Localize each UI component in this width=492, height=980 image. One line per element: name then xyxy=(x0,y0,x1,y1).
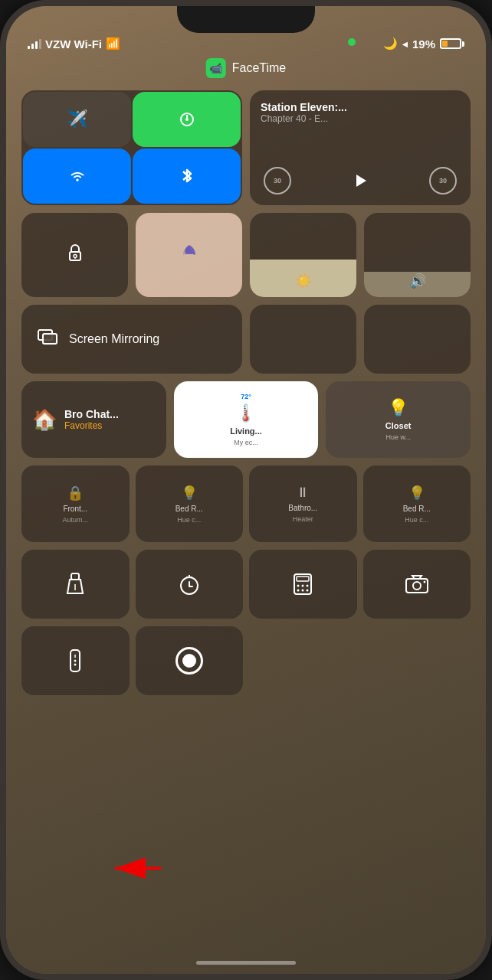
svg-point-22 xyxy=(297,590,300,592)
closet-title: Closet xyxy=(385,421,412,430)
bluetooth-button[interactable] xyxy=(133,149,241,204)
calculator-button[interactable] xyxy=(249,550,357,619)
home-indicator xyxy=(196,961,296,965)
svg-point-27 xyxy=(413,582,421,590)
svg-marker-4 xyxy=(356,175,366,187)
svg-point-31 xyxy=(74,660,77,662)
brightness-slider[interactable]: ☀️ xyxy=(250,213,356,297)
volume-slider[interactable]: 🔊 xyxy=(364,213,471,297)
row-quick-controls: ☀️ 🔊 xyxy=(21,213,471,297)
home-button[interactable]: 🏠 Bro Chat... Favorites xyxy=(21,381,166,458)
location-icon: ◂ xyxy=(402,38,408,50)
flashlight-button[interactable] xyxy=(21,550,130,619)
control-center: ✈️ xyxy=(21,90,471,936)
closet-hue-button[interactable]: 💡 Closet Hue w... xyxy=(326,381,471,458)
bluetooth-icon xyxy=(180,168,194,185)
living-room-button[interactable]: 72° 🌡️ Living... My ec... xyxy=(174,381,319,458)
front-lock-icon: 🔒 xyxy=(67,485,84,501)
phone-frame: VZW Wi-Fi 📶 🌙 ◂ 19% 📹 FaceTime xyxy=(0,0,492,980)
thermostat-icon: 🌡️ xyxy=(235,403,256,423)
screen-mirror-icon xyxy=(37,328,58,350)
home-subtitle: Favorites xyxy=(64,420,119,431)
skip-back-label: 30 xyxy=(274,177,281,185)
svg-rect-18 xyxy=(297,577,309,581)
svg-point-23 xyxy=(302,590,304,592)
battery-icon xyxy=(440,38,464,49)
remote-button[interactable] xyxy=(21,626,130,695)
home-text: Bro Chat... Favorites xyxy=(64,408,119,431)
media-title: Station Eleven:... xyxy=(261,101,460,113)
svg-point-2 xyxy=(185,118,189,121)
living-title: Living... xyxy=(230,426,262,436)
svg-rect-10 xyxy=(71,573,79,580)
bed-r2-icon: 💡 xyxy=(408,485,425,501)
empty-slot-1 xyxy=(250,305,356,374)
row-utilities xyxy=(21,550,471,619)
facetime-label: FaceTime xyxy=(232,61,287,75)
svg-point-19 xyxy=(297,585,300,587)
cellular-button[interactable] xyxy=(133,92,241,147)
bed-r1-icon: 💡 xyxy=(181,485,198,501)
media-controls: 30 30 xyxy=(261,167,460,194)
bathroom-sub: Heater xyxy=(293,515,313,523)
screen-record-button[interactable] xyxy=(136,626,244,695)
play-button[interactable] xyxy=(346,167,374,194)
empty-util-3 xyxy=(249,626,357,695)
row-screen-mirroring: Screen Mirroring xyxy=(21,305,471,374)
volume-icon: 🔊 xyxy=(409,273,426,289)
bed-r2-button[interactable]: 💡 Bed R... Hue c... xyxy=(363,466,471,542)
home-icon: 🏠 xyxy=(32,408,57,432)
carrier-label: VZW Wi-Fi xyxy=(45,38,102,51)
media-player[interactable]: Station Eleven:... Chapter 40 - E... 30 … xyxy=(250,90,471,205)
media-subtitle: Chapter 40 - E... xyxy=(261,113,460,124)
wifi-button[interactable] xyxy=(23,149,131,204)
connectivity-grid[interactable]: ✈️ xyxy=(21,90,242,205)
screen-lock-button[interactable] xyxy=(21,213,128,297)
front-sub: Autum... xyxy=(62,516,88,524)
airplane-mode-button[interactable]: ✈️ xyxy=(23,92,131,147)
skip-back-button[interactable]: 30 xyxy=(264,167,291,194)
front-title: Front... xyxy=(63,505,87,513)
camera-icon xyxy=(405,574,429,594)
svg-point-28 xyxy=(423,581,425,583)
remote-icon xyxy=(68,648,82,673)
signal-bar-4 xyxy=(39,39,41,49)
battery-body xyxy=(440,38,461,49)
calculator-icon xyxy=(292,573,313,596)
dnd-icon xyxy=(179,242,200,269)
empty-util-4 xyxy=(363,626,471,695)
svg-point-21 xyxy=(307,585,309,587)
bathroom-icon: ⏸ xyxy=(296,485,310,501)
front-lock-button[interactable]: 🔒 Front... Autum... xyxy=(21,466,130,542)
moon-icon: 🌙 xyxy=(383,37,398,51)
bed-r1-button[interactable]: 💡 Bed R... Hue c... xyxy=(136,466,244,542)
row-bottom xyxy=(21,626,471,695)
signal-bars xyxy=(28,38,41,49)
row3-right-area xyxy=(250,305,471,374)
svg-point-6 xyxy=(74,254,77,257)
bed-r1-title: Bed R... xyxy=(175,505,203,513)
closet-bulb-icon: 💡 xyxy=(388,398,408,418)
media-info: Station Eleven:... Chapter 40 - E... xyxy=(261,101,460,124)
screen-mirror-label: Screen Mirroring xyxy=(69,332,159,346)
svg-point-24 xyxy=(307,590,309,592)
skip-forward-button[interactable]: 30 xyxy=(429,167,457,194)
screen-mirroring-button[interactable]: Screen Mirroring xyxy=(21,305,242,374)
bathroom-title: Bathro... xyxy=(288,504,317,512)
signal-bar-3 xyxy=(35,41,38,49)
timer-button[interactable] xyxy=(136,550,244,619)
do-not-disturb-button[interactable] xyxy=(136,213,242,297)
battery-percent: 19% xyxy=(412,38,435,51)
svg-rect-9 xyxy=(43,334,57,344)
svg-rect-5 xyxy=(70,252,80,260)
camera-button[interactable] xyxy=(363,550,471,619)
battery-fill xyxy=(442,41,448,47)
status-left: VZW Wi-Fi 📶 xyxy=(28,37,120,51)
bed-r2-title: Bed R... xyxy=(403,505,431,513)
living-temp: 72° xyxy=(241,393,251,400)
battery-tip xyxy=(462,41,464,47)
brightness-icon: ☀️ xyxy=(295,273,312,289)
bathroom-heater-button[interactable]: ⏸ Bathro... Heater xyxy=(249,466,357,542)
red-arrow xyxy=(106,853,167,884)
signal-bar-2 xyxy=(31,44,34,49)
